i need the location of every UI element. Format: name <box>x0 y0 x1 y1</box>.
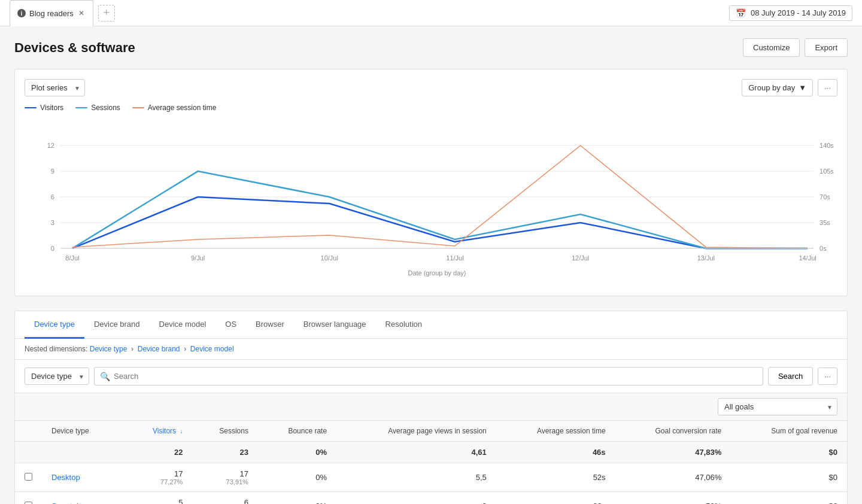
smartphone-sessions-cell: 6 26,09% <box>192 492 258 505</box>
sessions-legend-line <box>75 107 87 108</box>
legend-sessions: Sessions <box>75 104 120 112</box>
svg-text:70s: 70s <box>819 193 830 201</box>
smartphone-checkbox[interactable] <box>25 502 32 505</box>
tab-device-model[interactable]: Device model <box>150 311 216 339</box>
date-range-label: 08 July 2019 - 14 July 2019 <box>751 8 846 17</box>
nested-dimensions: Nested dimensions: Device type › Device … <box>15 339 847 360</box>
data-table: Device type Visitors ↓ Sessions Bounce r… <box>15 421 847 504</box>
bounce-rate-header: Bounce rate <box>258 421 336 442</box>
legend-visitors: Visitors <box>25 104 63 112</box>
search-icon: 🔍 <box>100 372 110 381</box>
all-goals-wrapper: All goals ▼ <box>718 398 837 415</box>
svg-text:140s: 140s <box>819 142 834 149</box>
info-icon[interactable]: i <box>17 9 26 17</box>
total-sum-goal-revenue-cell: $0 <box>731 442 847 463</box>
desktop-sessions-cell: 17 73,91% <box>192 463 258 492</box>
chart-right-controls: Group by day ▼ ··· <box>742 79 837 96</box>
total-avg-page-views-cell: 4,61 <box>336 442 496 463</box>
line-chart: 0 3 6 9 12 0s 35s 70s 105s 140s <box>25 117 837 284</box>
top-bar: i Blog readers ✕ + 📅 08 July 2019 - 14 J… <box>0 0 862 26</box>
main-content: Devices & software Customize Export Plot… <box>0 26 862 504</box>
group-by-button[interactable]: Group by day ▼ <box>742 79 813 96</box>
total-row: 22 23 0% 4,61 46s 47,83% $0 <box>15 442 847 463</box>
export-button[interactable]: Export <box>805 38 848 57</box>
chart-section: Plot series ▼ Group by day ▼ ··· Visitor… <box>14 69 848 296</box>
table-row: Smartphone 5 22,73% 6 26,09% 0% 2 26s 50… <box>15 492 847 505</box>
nested-dim-device-brand[interactable]: Device brand <box>138 345 180 353</box>
desktop-device-type-cell: Desktop <box>42 463 126 492</box>
chart-legend: Visitors Sessions Average session time <box>25 104 837 112</box>
tab-device-brand[interactable]: Device brand <box>84 311 150 339</box>
tab-browser[interactable]: Browser <box>246 311 294 339</box>
dimension-select[interactable]: Device type <box>25 368 89 385</box>
desktop-link[interactable]: Desktop <box>51 473 80 482</box>
desktop-checkbox[interactable] <box>25 473 32 481</box>
table-row: Desktop 17 77,27% 17 73,91% 0% 5,5 52s 4… <box>15 463 847 492</box>
chart-more-button[interactable]: ··· <box>818 79 837 96</box>
svg-text:12/Jul: 12/Jul <box>572 254 589 262</box>
svg-text:105s: 105s <box>819 168 834 175</box>
total-bounce-rate-cell: 0% <box>258 442 336 463</box>
chart-controls: Plot series ▼ Group by day ▼ ··· <box>25 79 837 96</box>
smartphone-sum-goal-revenue-cell: $0 <box>731 492 847 505</box>
goal-conversion-rate-header: Goal conversion rate <box>615 421 732 442</box>
desktop-avg-session-time-cell: 52s <box>496 463 615 492</box>
desktop-avg-page-views-cell: 5,5 <box>336 463 496 492</box>
tab-os[interactable]: OS <box>216 311 246 339</box>
avg-page-views-header: Average page views in session <box>336 421 496 442</box>
all-goals-select[interactable]: All goals <box>718 398 837 415</box>
smartphone-link[interactable]: Smartphone <box>51 502 94 504</box>
smartphone-avg-page-views-cell: 2 <box>336 492 496 505</box>
tab-device-type[interactable]: Device type <box>25 311 84 339</box>
svg-text:3: 3 <box>51 219 54 226</box>
svg-text:10/Jul: 10/Jul <box>321 254 338 262</box>
checkbox-header <box>15 421 42 442</box>
smartphone-checkbox-cell <box>15 492 42 505</box>
avg-session-legend-line <box>132 107 144 108</box>
chart-wrapper: 0 3 6 9 12 0s 35s 70s 105s 140s <box>25 117 837 286</box>
tab-browser-language[interactable]: Browser language <box>294 311 376 339</box>
page-title: Devices & software <box>14 40 135 56</box>
table-more-button[interactable]: ··· <box>818 368 837 385</box>
visitors-legend-line <box>25 107 37 108</box>
avg-session-time-header: Average session time <box>496 421 615 442</box>
search-input[interactable] <box>94 367 763 385</box>
customize-button[interactable]: Customize <box>743 38 800 57</box>
desktop-bounce-rate-cell: 0% <box>258 463 336 492</box>
smartphone-avg-session-time-cell: 26s <box>496 492 615 505</box>
svg-text:8/Jul: 8/Jul <box>65 254 79 262</box>
svg-text:0s: 0s <box>819 245 827 252</box>
sum-goal-revenue-header: Sum of goal revenue <box>731 421 847 442</box>
desktop-goal-conversion-rate-cell: 47,06% <box>615 463 732 492</box>
visitors-header[interactable]: Visitors ↓ <box>126 421 193 442</box>
svg-text:11/Jul: 11/Jul <box>446 254 463 262</box>
svg-text:0: 0 <box>51 245 54 252</box>
plot-series-wrapper: Plot series ▼ <box>25 79 85 96</box>
svg-text:12: 12 <box>47 142 54 149</box>
total-sessions-cell: 23 <box>192 442 258 463</box>
close-icon[interactable]: ✕ <box>77 9 86 17</box>
add-tab-button[interactable]: + <box>98 5 115 22</box>
desktop-visitors-cell: 17 77,27% <box>126 463 193 492</box>
smartphone-bounce-rate-cell: 0% <box>258 492 336 505</box>
header-actions: Customize Export <box>743 38 848 57</box>
total-checkbox-cell <box>15 442 42 463</box>
tab-resolution[interactable]: Resolution <box>376 311 432 339</box>
nested-dim-device-model[interactable]: Device model <box>190 345 234 353</box>
table-controls: Device type ▼ 🔍 Search ··· <box>15 360 847 393</box>
plot-series-select[interactable]: Plot series <box>25 79 85 96</box>
nested-dim-device-type[interactable]: Device type <box>90 345 128 353</box>
desktop-checkbox-cell <box>15 463 42 492</box>
sessions-legend-label: Sessions <box>91 104 120 112</box>
smartphone-visitors-cell: 5 22,73% <box>126 492 193 505</box>
avg-session-legend-label: Average session time <box>148 104 217 112</box>
chevron-down-icon: ▼ <box>799 83 806 92</box>
tab-blog-readers[interactable]: i Blog readers ✕ <box>10 0 93 26</box>
tabs-section: Device type Device brand Device model OS… <box>14 311 848 504</box>
search-button[interactable]: Search <box>768 367 813 385</box>
goals-wrapper: All goals ▼ <box>15 393 847 421</box>
date-range-selector[interactable]: 📅 08 July 2019 - 14 July 2019 <box>729 5 852 21</box>
tab-label: Blog readers <box>29 9 74 18</box>
total-device-type-cell <box>42 442 126 463</box>
desktop-sum-goal-revenue-cell: $0 <box>731 463 847 492</box>
